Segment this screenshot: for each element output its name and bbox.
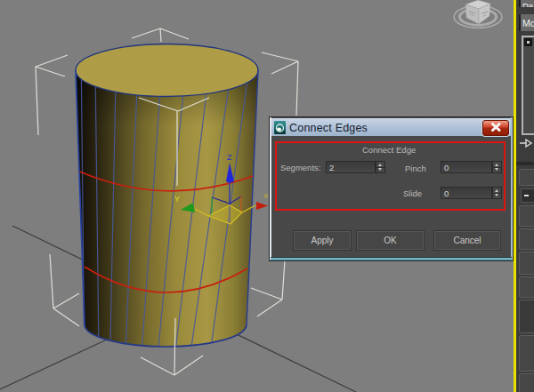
svg-text:Y: Y (174, 195, 180, 204)
svg-text:Z: Z (227, 153, 232, 162)
